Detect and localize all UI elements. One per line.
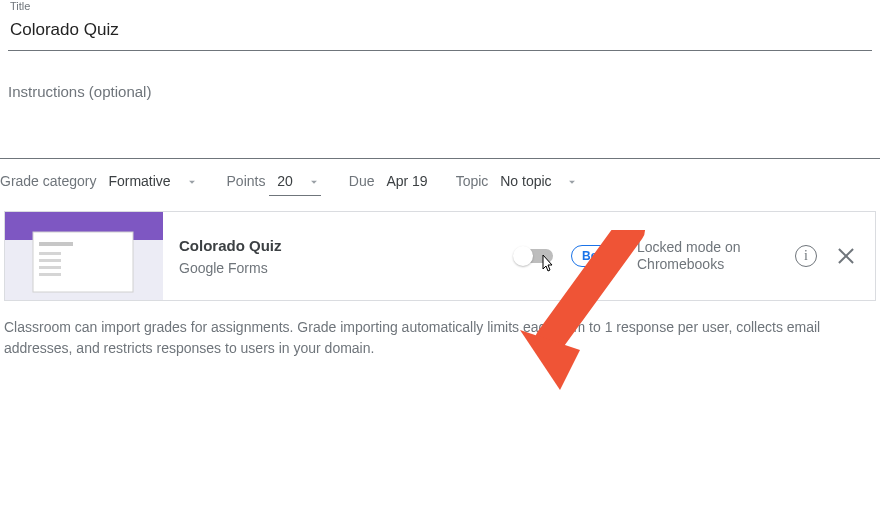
due-value: Apr 19 [386, 173, 427, 189]
info-icon[interactable] [795, 245, 817, 267]
cursor-pointer-icon [537, 253, 557, 280]
instructions-input[interactable]: Instructions (optional) [0, 51, 880, 158]
chevron-down-icon [565, 175, 579, 189]
attachment-source: Google Forms [179, 260, 515, 276]
chevron-down-icon [307, 175, 321, 189]
points-select[interactable]: Points 20 [227, 173, 321, 189]
attachment-card: Colorado Quiz Google Forms Beta Locked m… [4, 211, 876, 301]
grade-category-value: Formative [108, 173, 170, 189]
due-label: Due [349, 173, 375, 189]
toggle-knob [513, 246, 533, 266]
beta-badge: Beta [571, 245, 619, 267]
title-label: Title [10, 0, 872, 12]
svg-rect-7 [39, 273, 61, 276]
close-icon[interactable] [835, 245, 857, 267]
due-date-select[interactable]: Due Apr 19 [349, 173, 428, 189]
svg-rect-6 [39, 266, 61, 269]
topic-value: No topic [500, 173, 551, 189]
points-value: 20 [277, 173, 293, 189]
grade-category-select[interactable]: Grade category Formative [0, 173, 199, 189]
chevron-down-icon [185, 175, 199, 189]
svg-rect-5 [39, 259, 61, 262]
topic-select[interactable]: Topic No topic [456, 173, 580, 189]
locked-mode-toggle[interactable] [515, 249, 553, 263]
svg-rect-3 [39, 242, 73, 246]
title-input[interactable] [8, 14, 872, 50]
attachment-title: Colorado Quiz [179, 237, 515, 254]
grade-category-label: Grade category [0, 173, 97, 189]
points-label: Points [227, 173, 266, 189]
topic-label: Topic [456, 173, 489, 189]
svg-rect-4 [39, 252, 61, 255]
form-thumbnail[interactable] [5, 212, 163, 300]
import-grades-help: Classroom can import grades for assignme… [0, 317, 880, 358]
locked-mode-label: Locked mode on Chromebooks [637, 239, 777, 274]
